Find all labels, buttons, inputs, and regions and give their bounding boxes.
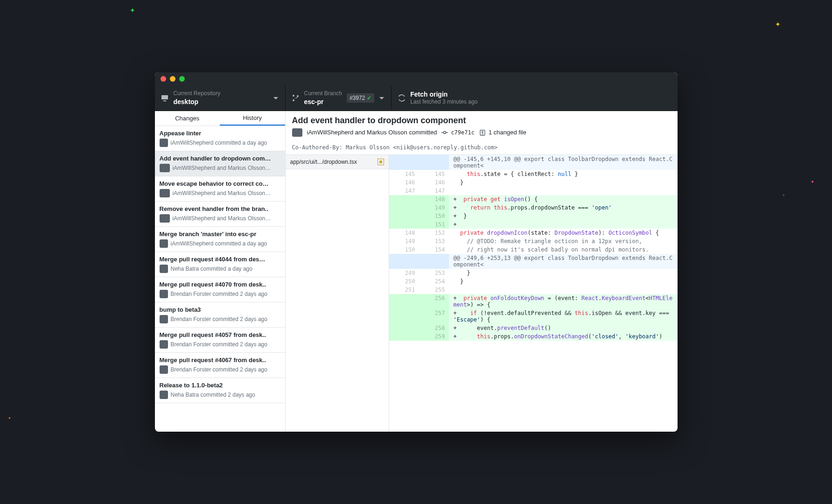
chevron-down-icon: [273, 95, 279, 101]
diff-line: 250254 }: [389, 277, 678, 286]
diff-icon: [479, 129, 486, 136]
commit-message: Co-Authored-By: Markus Olsson <niik@user…: [286, 140, 678, 155]
minimize-window-button[interactable]: [170, 76, 175, 82]
diff-line: @@ -145,6 +145,10 @@ export class Toolba…: [389, 155, 678, 170]
repository-selector[interactable]: Current Repository desktop: [155, 85, 286, 111]
sparkle-icon: ✦: [775, 21, 781, 28]
repo-label: Current Repository: [174, 90, 268, 98]
diff-line: 259+ this.props.onDropdownStateChanged('…: [389, 332, 678, 341]
commit-item-title: Remove event handler from the bran..: [160, 205, 280, 212]
changed-files-list: app/src/ui/t.../dropdown.tsx: [286, 155, 389, 432]
commit-detail: Add event handler to dropdown component …: [286, 111, 678, 432]
pr-number: #3972: [350, 95, 365, 101]
diff-line: 150+ }: [389, 212, 678, 220]
commit-item[interactable]: bump to beta3Brendan Forster committed 2…: [155, 302, 285, 328]
branch-name: esc-pr: [304, 98, 342, 106]
commit-item-title: Merge pull request #4044 from des…: [160, 256, 280, 263]
branch-selector[interactable]: Current Branch esc-pr #3972 ✓: [286, 85, 392, 111]
diff-line: 257+ if (!event.defaultPrevented && this…: [389, 309, 678, 324]
check-icon: ✓: [367, 95, 371, 101]
chevron-down-icon: [379, 95, 385, 101]
file-item[interactable]: app/src/ui/t.../dropdown.tsx: [286, 155, 389, 169]
diff-line: 149+ return this.props.dropdownState ===…: [389, 203, 678, 212]
diff-line: 147147: [389, 187, 678, 195]
commit-item-title: Add event handler to dropdown com…: [160, 155, 280, 162]
close-window-button[interactable]: [161, 76, 166, 82]
avatar: [160, 214, 170, 223]
commit-item-meta: iAmWillShepherd committed a day ago: [160, 239, 280, 248]
sidebar: Changes History Appease linteriAmWillShe…: [155, 111, 286, 432]
file-path: app/src/ui/t.../dropdown.tsx: [290, 159, 375, 165]
diff-line: 149153 // @TODO: Remake triangle octicon…: [389, 237, 678, 245]
avatar: [160, 239, 168, 248]
commit-item-meta: Brendan Forster committed 2 days ago: [160, 340, 280, 349]
diff-line: 249253 }: [389, 269, 678, 277]
avatar: [160, 290, 168, 298]
zoom-window-button[interactable]: [179, 76, 185, 82]
commit-item-title: bump to beta3: [160, 306, 280, 313]
avatar: [160, 365, 168, 374]
diff-line: @@ -249,6 +253,13 @@ export class Toolba…: [389, 254, 678, 269]
git-branch-icon: [292, 94, 300, 102]
diff-line: 151+: [389, 220, 678, 229]
commit-item[interactable]: Remove event handler from the bran..iAmW…: [155, 202, 285, 227]
commit-item-title: Merge pull request #4057 from desk..: [160, 331, 280, 338]
commit-title: Add event handler to dropdown component: [292, 116, 671, 126]
commit-item-meta: Neha Batra committed a day ago: [160, 265, 280, 273]
commit-item-title: Appease linter: [160, 130, 280, 137]
tab-changes[interactable]: Changes: [155, 111, 220, 126]
commit-item[interactable]: Move escape behavior to correct co…iAmWi…: [155, 176, 285, 202]
avatar: [160, 315, 168, 323]
sparkle-icon: ✦: [811, 179, 814, 184]
repo-name: desktop: [174, 98, 268, 106]
sparkle-icon: ✦: [130, 7, 135, 14]
commit-item-title: Merge pull request #4067 from desk..: [160, 357, 280, 364]
commit-item-meta: Brendan Forster committed 2 days ago: [160, 365, 280, 374]
commit-item[interactable]: Merge branch 'master' into esc-priAmWill…: [155, 227, 285, 252]
tab-history[interactable]: History: [220, 111, 285, 126]
svg-point-0: [444, 131, 446, 133]
commit-item-meta: Brendan Forster committed 2 days ago: [160, 315, 280, 323]
app-window: Current Repository desktop Current Branc…: [155, 72, 678, 432]
diff-view[interactable]: @@ -145,6 +145,10 @@ export class Toolba…: [389, 155, 678, 432]
diff-line: 148+ private get isOpen() {: [389, 195, 678, 203]
commit-item-meta: iAmWillShepherd and Markus Olsson…: [160, 189, 280, 197]
avatar: [160, 265, 168, 273]
commit-item[interactable]: Add event handler to dropdown com…iAmWil…: [155, 151, 285, 176]
sparkle-icon: ✦: [782, 193, 785, 197]
commit-list[interactable]: Appease linteriAmWillShepherd committed …: [155, 126, 285, 432]
commit-item[interactable]: Merge pull request #4067 from desk..Bren…: [155, 353, 285, 378]
commit-item[interactable]: Appease linteriAmWillShepherd committed …: [155, 126, 285, 151]
fetch-subtitle: Last fetched 3 minutes ago: [410, 98, 477, 106]
fetch-button[interactable]: Fetch origin Last fetched 3 minutes ago: [392, 85, 484, 111]
avatar: [160, 139, 168, 147]
diff-line: 146146 }: [389, 178, 678, 187]
avatar: [160, 391, 168, 399]
dot-icon: ●: [8, 416, 11, 420]
fetch-title: Fetch origin: [410, 90, 477, 98]
commit-item-title: Move escape behavior to correct co…: [160, 180, 280, 187]
avatar: [160, 340, 168, 349]
diff-line: 145145 this.state = { clientRect: null }: [389, 170, 678, 178]
modified-icon: [378, 159, 384, 165]
monitor-icon: [161, 94, 169, 102]
titlebar: [155, 72, 678, 85]
pr-badge[interactable]: #3972 ✓: [347, 93, 374, 103]
commit-item[interactable]: Merge pull request #4044 from des…Neha B…: [155, 252, 285, 277]
commit-item[interactable]: Merge pull request #4057 from desk..Bren…: [155, 328, 285, 353]
avatar: [160, 164, 170, 172]
commit-header: Add event handler to dropdown component …: [286, 111, 678, 140]
commit-item-title: Release to 1.1.0-beta2: [160, 382, 280, 389]
sync-icon: [398, 94, 406, 102]
commit-item[interactable]: Release to 1.1.0-beta2Neha Batra committ…: [155, 378, 285, 403]
branch-label: Current Branch: [304, 90, 342, 98]
commit-icon: [441, 129, 448, 136]
diff-line: 150154 // right now it's scaled badly on…: [389, 245, 678, 254]
commit-sha: c79e71c: [451, 129, 475, 136]
diff-line: 251255: [389, 286, 678, 294]
commit-item-meta: Brendan Forster committed 2 days ago: [160, 290, 280, 298]
sidebar-tabs: Changes History: [155, 111, 285, 126]
commit-item[interactable]: Merge pull request #4070 from desk..Bren…: [155, 277, 285, 302]
commit-item-meta: iAmWillShepherd committed a day ago: [160, 139, 280, 147]
changed-files: 1 changed file: [489, 129, 526, 136]
